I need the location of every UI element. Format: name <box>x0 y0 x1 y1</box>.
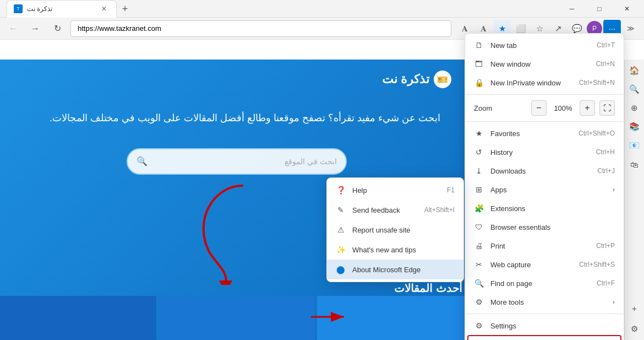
menu-item-new-tab[interactable]: 🗋 New tab Ctrl+T <box>465 36 624 55</box>
sidebar-home-icon[interactable]: 🏠 <box>626 62 643 79</box>
submenu-item-report[interactable]: ⚠ Report unsafe site <box>327 220 463 240</box>
address-input[interactable] <box>70 20 451 37</box>
forward-button[interactable]: → <box>26 20 44 37</box>
about-edge-icon: ⬤ <box>336 265 346 274</box>
menu-item-extensions[interactable]: 🧩 Extensions <box>465 199 624 218</box>
help-icon: ❓ <box>336 185 346 195</box>
tab-title: تذكرة نت <box>27 5 94 13</box>
tab-close-button[interactable]: ✕ <box>99 3 110 14</box>
site-header: تذكرة نت 🎫 <box>0 60 473 99</box>
menu-item-new-window[interactable]: 🗔 New window Ctrl+N <box>465 55 624 73</box>
new-window-icon: 🗔 <box>474 59 484 69</box>
submenu-shortcut-send-feedback: Alt+Shift+I <box>424 206 455 214</box>
menu-label-settings: Settings <box>490 322 615 330</box>
sidebar-discover-icon[interactable]: ⊕ <box>626 99 643 117</box>
window-controls: ─ □ ✕ <box>559 0 640 18</box>
find-icon: 🔍 <box>474 278 484 288</box>
menu-shortcut-print: Ctrl+P <box>596 242 615 250</box>
back-button[interactable]: ← <box>4 20 22 37</box>
sidebar-settings-icon[interactable]: ⚙ <box>626 320 643 338</box>
zoom-label: Zoom <box>474 104 527 112</box>
more-tools-icon: ⚙ <box>474 297 484 307</box>
menu-item-apps[interactable]: ⊞ Apps › <box>465 180 624 199</box>
menu-divider-3 <box>465 314 624 314</box>
apps-icon: ⊞ <box>474 185 484 195</box>
articles-title: أحدث المقالات <box>394 282 462 295</box>
site-hero: ابحث عن شيء مفيد تقرأه؟ تصفح موقعنا وطال… <box>0 99 473 137</box>
menu-label-more-tools: More tools <box>490 298 606 306</box>
tab-favicon: T <box>14 4 23 13</box>
menu-divider-2 <box>465 121 624 122</box>
submenu-item-whats-new[interactable]: ✨ What's new and tips <box>327 240 463 260</box>
menu-item-history[interactable]: ↺ History Ctrl+H <box>465 143 624 161</box>
submenu-item-about[interactable]: ⬤ About Microsoft Edge <box>327 260 463 279</box>
search-icon: 🔍 <box>137 156 148 166</box>
logo-text: تذكرة نت <box>382 72 429 87</box>
settings-icon: ⚙ <box>474 321 484 331</box>
sidebar-outlook-icon[interactable]: 📧 <box>626 137 643 154</box>
submenu-label-help: Help <box>352 186 440 195</box>
zoom-expand-button[interactable]: ⛶ <box>599 100 615 116</box>
sidebar-toggle-button[interactable]: ≫ <box>622 20 640 37</box>
article-thumb-2 <box>159 296 315 340</box>
articles-row <box>0 296 473 340</box>
sidebar-shopping-icon[interactable]: 🛍 <box>626 155 643 173</box>
menu-item-browser-essentials[interactable]: 🛡 Browser essentials <box>465 218 624 236</box>
submenu-label-report: Report unsafe site <box>352 226 455 234</box>
menu-label-favorites: Favorites <box>490 129 572 138</box>
sidebar-panel: 🏠 🔍 ⊕ 📚 📧 🛍 + ⚙ <box>624 60 644 340</box>
menu-item-web-capture[interactable]: ✂ Web capture Ctrl+Shift+S <box>465 255 624 274</box>
send-feedback-icon: ✎ <box>336 205 346 215</box>
menu-item-print[interactable]: 🖨 Print Ctrl+P <box>465 236 624 255</box>
new-tab-button[interactable]: + <box>117 1 133 18</box>
submenu-item-send-feedback[interactable]: ✎ Send feedback Alt+Shift+I <box>327 200 463 220</box>
zoom-value: 100% <box>551 104 575 112</box>
hero-text: ابحث عن شيء مفيد تقرأه؟ تصفح موقعنا وطال… <box>33 110 440 126</box>
zoom-plus-button[interactable]: + <box>580 100 595 116</box>
menu-item-inprivate[interactable]: 🔒 New InPrivate window Ctrl+Shift+N <box>465 73 624 92</box>
sidebar-search-icon[interactable]: 🔍 <box>626 80 643 98</box>
active-tab[interactable]: T تذكرة نت ✕ <box>7 0 117 18</box>
sub-menu: ❓ Help F1 ✎ Send feedback Alt+Shift+I ⚠ … <box>326 177 464 282</box>
menu-item-favorites[interactable]: ★ Favorites Ctrl+Shift+O <box>465 124 624 143</box>
refresh-button[interactable]: ↻ <box>48 20 66 37</box>
menu-shortcut-new-window: Ctrl+N <box>596 60 615 68</box>
menu-label-print: Print <box>490 242 590 250</box>
svg-marker-0 <box>219 280 232 285</box>
menu-label-extensions: Extensions <box>490 204 615 213</box>
maximize-button[interactable]: □ <box>587 0 612 18</box>
zoom-minus-button[interactable]: − <box>531 100 547 116</box>
main-menu: 🗋 New tab Ctrl+T 🗔 New window Ctrl+N 🔒 N… <box>465 33 624 340</box>
title-bar: T تذكرة نت ✕ + ─ □ ✕ <box>0 0 644 18</box>
menu-label-new-window: New window <box>490 60 590 68</box>
menu-item-settings[interactable]: ⚙ Settings <box>465 316 624 335</box>
submenu-item-help[interactable]: ❓ Help F1 <box>327 180 463 200</box>
menu-shortcut-find: Ctrl+F <box>597 279 615 287</box>
menu-label-inprivate: New InPrivate window <box>490 79 572 87</box>
site-logo: تذكرة نت 🎫 <box>382 71 451 88</box>
submenu-label-whats-new: What's new and tips <box>352 246 455 254</box>
menu-shortcut-web-capture: Ctrl+Shift+S <box>579 261 615 268</box>
minimize-button[interactable]: ─ <box>559 0 585 18</box>
inprivate-icon: 🔒 <box>474 78 484 88</box>
browser-essentials-icon: 🛡 <box>474 222 484 232</box>
menu-item-find[interactable]: 🔍 Find on page Ctrl+F <box>465 274 624 293</box>
menu-item-more-tools[interactable]: ⚙ More tools › <box>465 293 624 311</box>
close-button[interactable]: ✕ <box>614 0 640 18</box>
menu-item-help-feedback[interactable]: ❓ Help and feedback › <box>467 335 621 340</box>
site-search-bar[interactable]: 🔍 ابحث في الموقع <box>127 148 347 175</box>
downloads-icon: ⤓ <box>474 166 484 176</box>
menu-item-downloads[interactable]: ⤓ Downloads Ctrl+J <box>465 161 624 180</box>
favorites-menu-icon: ★ <box>474 128 484 138</box>
sidebar-books-icon[interactable]: 📚 <box>626 118 643 136</box>
menu-shortcut-downloads: Ctrl+J <box>597 167 615 175</box>
sidebar-add-icon[interactable]: + <box>626 299 643 317</box>
menu-label-find: Find on page <box>490 279 590 288</box>
menu-label-apps: Apps <box>490 186 606 194</box>
zoom-row: Zoom − 100% + ⛶ <box>465 97 624 119</box>
search-placeholder: ابحث في الموقع <box>152 157 337 166</box>
menu-divider-1 <box>465 94 624 95</box>
submenu-shortcut-help: F1 <box>447 186 455 194</box>
menu-shortcut-history: Ctrl+H <box>596 148 615 156</box>
red-arrow-to-about <box>308 306 352 328</box>
